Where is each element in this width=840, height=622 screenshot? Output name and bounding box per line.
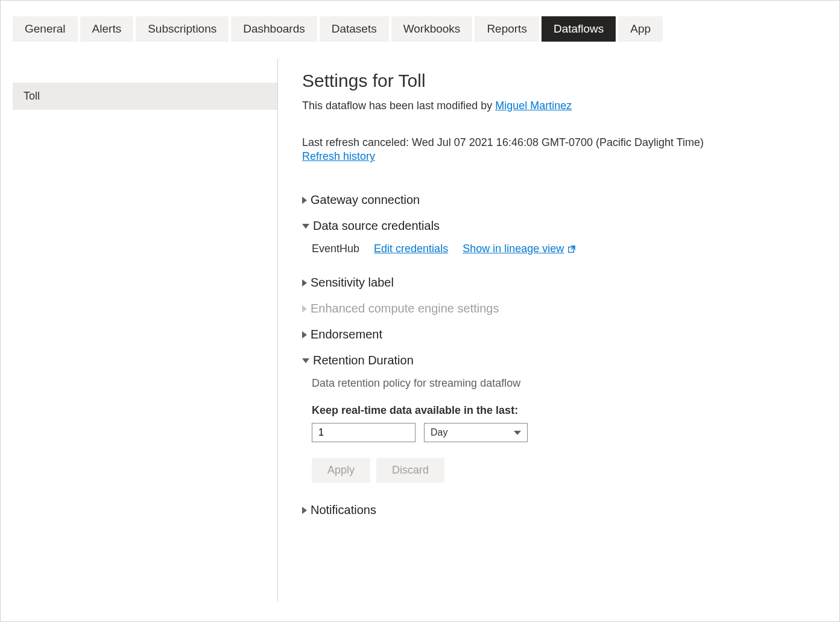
retention-actions: Apply Discard — [302, 458, 815, 483]
edit-credentials-link[interactable]: Edit credentials — [374, 243, 448, 255]
sidebar: Toll — [1, 59, 278, 601]
lineage-link-text: Show in lineage view — [463, 243, 564, 255]
section-sensitivity-header[interactable]: Sensitivity label — [302, 276, 815, 290]
section-gateway-label: Gateway connection — [311, 193, 420, 207]
retention-unit-value: Day — [431, 427, 447, 438]
caret-right-icon — [302, 279, 307, 287]
modified-prefix: This dataflow has been last modified by — [302, 100, 495, 112]
tab-datasets[interactable]: Datasets — [320, 16, 389, 42]
section-retention-label: Retention Duration — [313, 354, 414, 367]
modified-by-line: This dataflow has been last modified by … — [302, 100, 815, 112]
section-retention-header[interactable]: Retention Duration — [302, 354, 815, 367]
section-compute-header: Enhanced compute engine settings — [302, 302, 815, 316]
section-credentials-header[interactable]: Data source credentials — [302, 219, 815, 233]
apply-button[interactable]: Apply — [312, 458, 370, 483]
tab-general[interactable]: General — [13, 16, 78, 42]
chevron-down-icon — [514, 431, 521, 435]
tab-workbooks[interactable]: Workbooks — [391, 16, 473, 42]
tab-dataflows[interactable]: Dataflows — [542, 16, 616, 42]
sidebar-item-label: Toll — [24, 90, 40, 102]
discard-button[interactable]: Discard — [376, 458, 444, 483]
caret-down-icon — [302, 224, 309, 229]
refresh-history-link[interactable]: Refresh history — [302, 150, 375, 163]
section-gateway-header[interactable]: Gateway connection — [302, 193, 815, 207]
tab-dashboards[interactable]: Dashboards — [231, 16, 317, 42]
section-notifications-header[interactable]: Notifications — [302, 503, 815, 517]
caret-right-icon — [302, 331, 307, 338]
section-notifications-label: Notifications — [311, 503, 376, 517]
page-title: Settings for Toll — [302, 71, 815, 91]
refresh-status: Last refresh canceled: Wed Jul 07 2021 1… — [302, 135, 815, 150]
caret-right-icon — [302, 305, 307, 313]
section-compute-label: Enhanced compute engine settings — [311, 302, 499, 316]
caret-right-icon — [302, 507, 307, 514]
main-panel: Settings for Toll This dataflow has been… — [278, 59, 839, 601]
caret-right-icon — [302, 197, 307, 204]
tabs-nav: General Alerts Subscriptions Dashboards … — [1, 1, 839, 42]
modified-by-link[interactable]: Miguel Martinez — [495, 100, 572, 112]
section-endorsement-label: Endorsement — [311, 328, 382, 341]
retention-controls: Day — [302, 423, 815, 442]
retention-prompt: Keep real-time data available in the las… — [302, 404, 815, 417]
section-sensitivity-label: Sensitivity label — [311, 276, 394, 290]
tab-reports[interactable]: Reports — [475, 16, 539, 42]
sidebar-item-toll[interactable]: Toll — [13, 83, 277, 110]
retention-unit-select[interactable]: Day — [424, 423, 528, 442]
section-credentials-label: Data source credentials — [313, 219, 440, 233]
show-lineage-link[interactable]: Show in lineage view — [463, 243, 576, 255]
credential-source-name: EventHub — [312, 243, 359, 255]
section-endorsement-header[interactable]: Endorsement — [302, 328, 815, 341]
tab-subscriptions[interactable]: Subscriptions — [136, 16, 229, 42]
tab-app[interactable]: App — [618, 16, 663, 42]
credentials-body: EventHub Edit credentials Show in lineag… — [302, 243, 815, 261]
caret-down-icon — [302, 358, 309, 363]
external-link-icon — [567, 245, 576, 253]
retention-value-input[interactable] — [312, 423, 415, 442]
tab-alerts[interactable]: Alerts — [80, 16, 134, 42]
retention-description: Data retention policy for streaming data… — [302, 377, 815, 390]
